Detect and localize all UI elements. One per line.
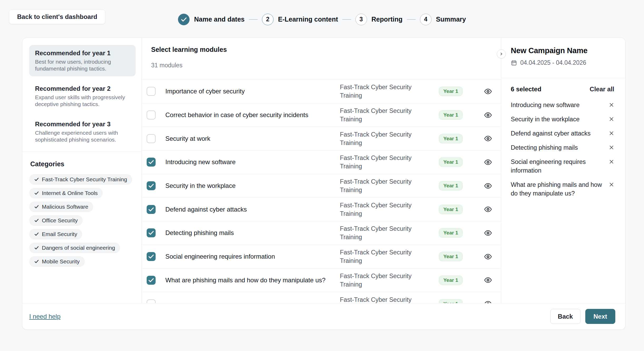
collapse-panel-button[interactable] [497,49,506,58]
preview-button[interactable] [483,228,493,238]
module-row[interactable]: Defend against cyber attacks Fast-Track … [142,198,501,221]
back-button[interactable]: Back [550,309,581,324]
module-category: Fast-Track Cyber Security Training [340,224,427,241]
module-list[interactable]: Importance of cyber security Fast-Track … [142,80,501,303]
back-to-dashboard-button[interactable]: Back to client's dashboard [9,9,105,24]
step-label: E-Learning content [278,16,338,23]
module-category: Fast-Track Cyber Security Training [340,107,427,123]
modules-panel: Select learning modules 31 modules Impor… [142,38,501,303]
check-icon [34,245,39,250]
module-checkbox[interactable] [147,252,156,261]
remove-module-button[interactable] [609,143,614,151]
preview-button[interactable] [483,133,493,144]
step-number: 3 [359,16,363,23]
module-checkbox[interactable] [147,276,156,285]
selected-module-item: Security in the workplace [511,115,614,124]
module-checkbox[interactable] [147,111,156,119]
recommendation-item[interactable]: Recommended for year 1 Best for new user… [29,45,136,76]
year-badge: Year 1 [439,275,463,285]
step-connector [407,19,416,20]
campaign-header: New Campaign Name 04.04.2025 - 04.04.202… [501,38,626,78]
footer-actions: Back Next [550,309,615,324]
module-checkbox[interactable] [147,134,156,143]
recommendation-item[interactable]: Recommended for year 3 Challenge experie… [29,116,136,147]
module-checkbox[interactable] [147,205,156,214]
preview-button[interactable] [483,275,493,285]
category-chip[interactable]: Office Security [29,215,83,226]
help-link[interactable]: I need help [29,313,61,320]
modules-header: Select learning modules 31 modules [142,38,501,80]
module-category: Fast-Track Cyber Security Training [340,83,427,100]
preview-button[interactable] [483,181,493,191]
eye-icon [484,87,492,96]
remove-module-button[interactable] [609,180,614,188]
module-row[interactable]: Correct behavior in case of cyber securi… [142,103,501,127]
check-icon [181,17,187,22]
recommendation-description: Expand user skills with progressively de… [35,94,130,108]
module-row[interactable]: Fast-Track Cyber Security Training Year … [142,292,501,303]
remove-module-button[interactable] [609,158,614,165]
module-row[interactable]: Introducing new software Fast-Track Cybe… [142,151,501,174]
category-chip[interactable]: Dangers of social engineering [29,243,120,253]
selected-modules-section: 6 selected Clear all Introducing new sof… [501,78,626,198]
category-chip-label: Malicious Software [42,204,88,210]
stepper-step[interactable]: Name and dates [178,14,262,25]
recommendation-list: Recommended for year 1 Best for new user… [29,45,136,147]
category-chip[interactable]: Email Security [29,229,82,239]
year-badge: Year 1 [439,134,463,143]
check-icon [34,204,39,209]
module-row[interactable]: Importance of cyber security Fast-Track … [142,80,501,103]
category-chip[interactable]: Mobile Security [29,256,85,267]
module-row[interactable]: Security in the workplace Fast-Track Cyb… [142,174,501,198]
module-name: Defend against cyber attacks [165,206,340,213]
selected-module-item: Detecting phishing mails [511,143,614,152]
check-icon [34,191,39,195]
eye-icon [484,158,492,166]
preview-button[interactable] [483,204,493,214]
category-chip-label: Email Security [42,231,77,237]
preview-button[interactable] [483,86,493,97]
module-checkbox[interactable] [147,158,156,167]
module-checkbox[interactable] [147,299,156,303]
close-icon [609,131,614,136]
remove-module-button[interactable] [609,101,614,108]
preview-button[interactable] [483,299,493,303]
clear-all-button[interactable]: Clear all [590,86,614,93]
preview-button[interactable] [483,110,493,120]
campaign-dates-text: 04.04.2025 - 04.04.2026 [520,59,586,66]
module-row[interactable]: Security at work Fast-Track Cyber Securi… [142,127,501,151]
check-icon [34,232,39,237]
preview-button[interactable] [483,157,493,167]
category-chip[interactable]: Internet & Online Tools [29,188,103,198]
check-icon [148,160,154,164]
selected-module-list: Introducing new software Security in the… [511,101,614,198]
stepper-step[interactable]: 3 Reporting [355,14,420,25]
module-checkbox[interactable] [147,181,156,190]
chevron-right-icon [499,52,503,56]
next-button[interactable]: Next [585,309,615,324]
stepper-step[interactable]: 2 E-Learning content [262,14,355,25]
module-name: Introducing new software [165,158,340,166]
wizard-footer: I need help Back Next [22,303,626,329]
remove-module-button[interactable] [609,115,614,123]
stepper-step[interactable]: 4 Summary [420,14,466,25]
module-category: Fast-Track Cyber Security Training [340,295,427,303]
category-chip[interactable]: Malicious Software [29,202,93,212]
module-checkbox[interactable] [147,87,156,96]
check-icon [148,207,154,212]
category-chip-label: Mobile Security [42,258,80,265]
remove-module-button[interactable] [609,129,614,137]
category-chip-list: Fast-Track Cyber Security Training Inter… [29,174,136,267]
preview-button[interactable] [483,252,493,262]
category-chip[interactable]: Fast-Track Cyber Security Training [29,174,132,185]
year-badge: Year 1 [439,110,463,120]
module-checkbox[interactable] [147,228,156,237]
check-icon [34,177,39,182]
wizard-stepper: Name and dates 2 E-Learning content [178,14,466,25]
module-row[interactable]: Social engineering requires information … [142,245,501,269]
module-row[interactable]: What are phishing mails and how do they … [142,269,501,292]
filters-sidebar: Recommended for year 1 Best for new user… [22,38,142,303]
recommendation-item[interactable]: Recommended for year 2 Expand user skill… [29,81,136,112]
module-row[interactable]: Detecting phishing mails Fast-Track Cybe… [142,221,501,245]
close-icon [609,102,614,108]
